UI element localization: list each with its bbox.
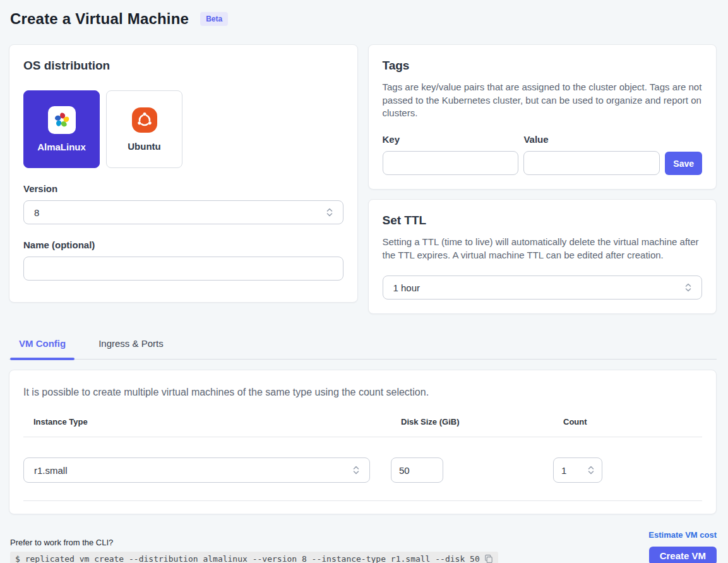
estimate-vm-cost-link[interactable]: Estimate VM cost xyxy=(648,530,717,540)
count-stepper[interactable]: 1 xyxy=(553,457,602,483)
value-input[interactable] xyxy=(523,151,660,175)
tab-ingress-ports[interactable]: Ingress & Ports xyxy=(90,332,172,359)
version-select[interactable]: 8 xyxy=(23,200,343,224)
instance-table-header: Instance Type Disk Size (GiB) Count xyxy=(23,417,702,437)
chevron-updown-icon xyxy=(684,282,693,293)
instance-row: r1.small 1 xyxy=(23,437,702,500)
chevron-updown-icon xyxy=(352,465,361,475)
tab-vm-config[interactable]: VM Config xyxy=(10,332,75,359)
tag-key-field: Key xyxy=(383,124,519,175)
tags-form: Key Value Save xyxy=(383,124,703,175)
chevron-updown-icon xyxy=(587,465,595,475)
name-input[interactable] xyxy=(23,257,343,281)
column-count: Count xyxy=(563,417,702,437)
os-tile-label: AlmaLinux xyxy=(37,142,86,152)
instance-table: Instance Type Disk Size (GiB) Count r1.s… xyxy=(23,417,702,501)
cli-section: Prefer to work from the CLI? $ replicate… xyxy=(10,538,498,563)
key-input[interactable] xyxy=(383,151,519,175)
os-tiles: AlmaLinux xyxy=(23,90,343,168)
copy-icon[interactable] xyxy=(484,554,493,563)
right-column: Tags Tags are key/value pairs that are a… xyxy=(368,44,717,314)
page-header: Create a Virtual Machine Beta xyxy=(9,9,717,28)
ttl-heading: Set TTL xyxy=(383,214,703,227)
os-tile-ubuntu[interactable]: Ubuntu xyxy=(106,90,182,168)
beta-badge: Beta xyxy=(200,12,228,26)
ttl-description: Setting a TTL (time to live) will automa… xyxy=(383,236,703,262)
save-button-wrap: Save xyxy=(665,124,702,175)
tags-card: Tags Tags are key/value pairs that are a… xyxy=(368,44,717,190)
create-vm-page: Create a Virtual Machine Beta OS distrib… xyxy=(0,0,728,563)
version-label: Version xyxy=(23,183,343,194)
chevron-updown-icon xyxy=(325,207,334,217)
instance-type-value: r1.small xyxy=(34,465,68,476)
version-select-value: 8 xyxy=(34,207,39,218)
ttl-select[interactable]: 1 hour xyxy=(383,275,703,300)
tags-description: Tags are key/value pairs that are assign… xyxy=(383,81,703,120)
tab-bar: VM Config Ingress & Ports xyxy=(9,332,717,360)
top-cards: OS distribution AlmaLinux xyxy=(9,44,717,314)
os-distribution-heading: OS distribution xyxy=(23,59,343,73)
instance-type-select[interactable]: r1.small xyxy=(23,457,370,483)
ttl-card: Set TTL Setting a TTL (time to live) wil… xyxy=(368,199,717,314)
page-footer: Prefer to work from the CLI? $ replicate… xyxy=(9,524,717,563)
actions-section: Estimate VM cost Create VM xyxy=(648,524,717,563)
name-label: Name (optional) xyxy=(23,239,343,250)
os-distribution-card: OS distribution AlmaLinux xyxy=(9,44,358,303)
create-vm-button[interactable]: Create VM xyxy=(649,547,717,563)
os-tile-almalinux[interactable]: AlmaLinux xyxy=(23,90,100,168)
ubuntu-icon xyxy=(131,107,158,133)
column-disk-size: Disk Size (GiB) xyxy=(401,417,563,437)
almalinux-icon xyxy=(48,106,76,134)
os-tile-label: Ubuntu xyxy=(128,141,160,152)
vm-config-card: It is possible to create multiple virtua… xyxy=(9,370,717,514)
cli-command-text: $ replicated vm create --distribution al… xyxy=(15,554,480,563)
value-label: Value xyxy=(523,134,660,145)
key-label: Key xyxy=(383,134,519,145)
cli-command-bar: $ replicated vm create --distribution al… xyxy=(10,552,498,563)
count-value: 1 xyxy=(561,465,566,476)
vm-config-note: It is possible to create multiple virtua… xyxy=(23,387,702,398)
tags-heading: Tags xyxy=(383,59,703,73)
page-title: Create a Virtual Machine xyxy=(10,10,189,28)
save-button[interactable]: Save xyxy=(665,152,702,175)
cli-prompt-text: Prefer to work from the CLI? xyxy=(10,538,498,547)
table-divider xyxy=(23,500,702,501)
ttl-select-value: 1 hour xyxy=(393,282,421,293)
column-instance-type: Instance Type xyxy=(33,417,401,437)
tag-value-field: Value xyxy=(523,124,660,175)
disk-size-input[interactable] xyxy=(391,457,443,483)
